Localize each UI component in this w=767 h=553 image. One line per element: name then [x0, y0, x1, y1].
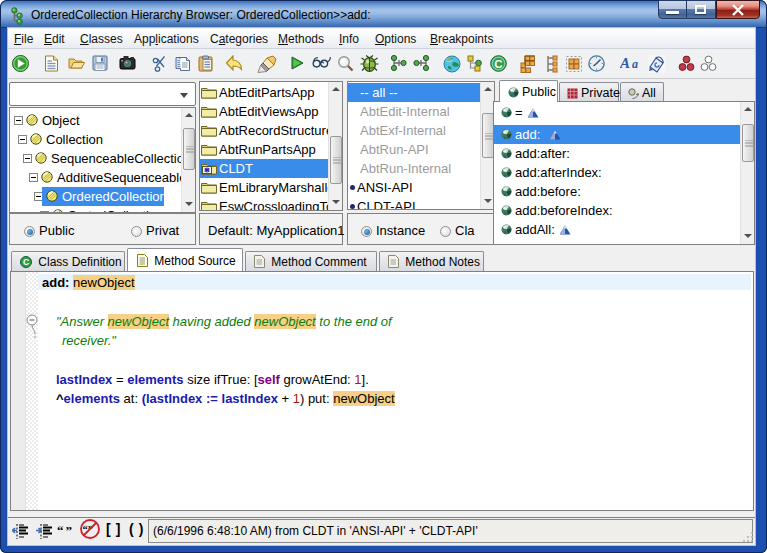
svg-text:C: C: [494, 58, 502, 70]
svg-text:A: A: [620, 55, 630, 71]
svg-text:a: a: [632, 57, 638, 71]
svg-text:C: C: [23, 257, 29, 267]
